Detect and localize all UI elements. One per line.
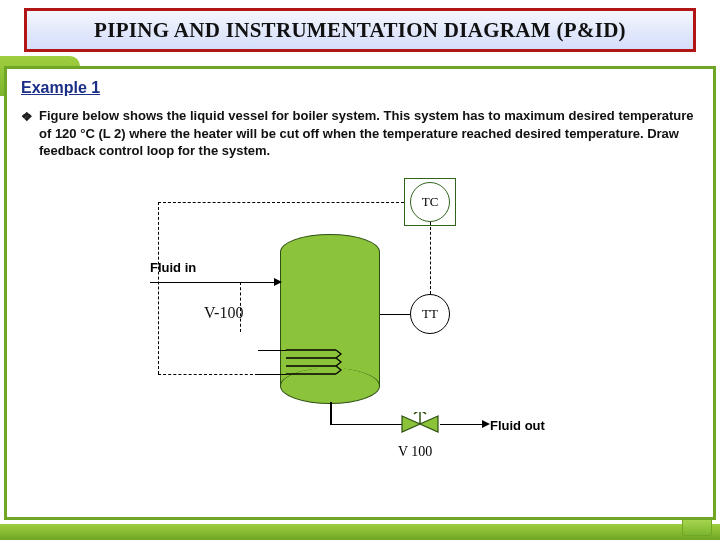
tc-instrument: TC [410,182,450,222]
pipe-line [440,424,486,426]
pipe-line [330,424,402,426]
pipe-line [330,402,332,424]
footer-bar [0,524,720,540]
arrow-icon [274,278,282,286]
fluid-in-label: Fluid in [150,260,196,275]
fluid-out-label: Fluid out [490,418,545,433]
diamond-bullet-icon: ❖ [21,108,33,161]
dashed-signal [240,282,241,332]
dashed-signal [158,374,258,375]
pid-diagram: V-100 Fluid in [90,174,630,474]
content-panel: Example 1 ❖ Figure below shows the liqui… [4,66,716,520]
valve-tag: V 100 [398,444,432,460]
arrow-icon [482,420,490,428]
dashed-signal [158,202,404,203]
heating-coil-icon [286,344,346,384]
control-valve-icon [400,412,440,436]
slide-title-banner: PIPING AND INSTRUMENTATION DIAGRAM (P&ID… [24,8,696,52]
coil-line [258,374,286,376]
dashed-signal [430,222,431,294]
dashed-signal [158,202,159,374]
tt-label: TT [422,306,438,322]
tc-label: TC [422,194,439,210]
bullet-item: ❖ Figure below shows the liquid vessel f… [21,107,699,160]
tt-instrument: TT [410,294,450,334]
section-heading: Example 1 [21,79,699,97]
coil-line [258,350,286,352]
bullet-text: Figure below shows the liquid vessel for… [39,107,699,160]
vessel-tag: V-100 [204,304,243,322]
signal-line [380,314,410,316]
fluid-in-line [150,282,280,284]
slide-title: PIPING AND INSTRUMENTATION DIAGRAM (P&ID… [94,18,626,43]
